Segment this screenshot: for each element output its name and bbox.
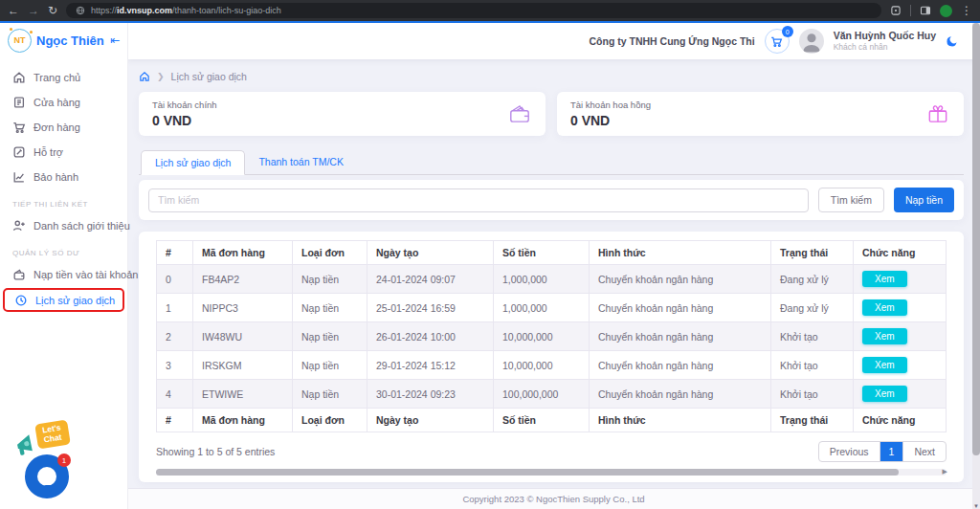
cell-order-type: Nạp tiền [293, 265, 368, 294]
browser-reload-icon[interactable]: ↻ [48, 5, 57, 16]
main-balance-label: Tài khoản chính [152, 100, 217, 110]
breadcrumb-home-icon[interactable] [139, 71, 150, 82]
col-order-code[interactable]: Mã đơn hàng [193, 241, 293, 265]
chat-unread-badge: 1 [57, 454, 71, 467]
commission-balance-label: Tài khoản hoa hồng [570, 100, 651, 110]
main-balance-value: 0 VND [152, 113, 217, 128]
dark-mode-toggle[interactable] [946, 34, 959, 48]
vertical-scrollbar[interactable]: ▼ [972, 23, 980, 509]
pagination-page-1[interactable]: 1 [880, 442, 903, 461]
horizontal-scrollbar[interactable]: ▶ [156, 469, 947, 476]
user-role: Khách cá nhân [834, 42, 936, 53]
sidebar-item-home[interactable]: Trang chủ [0, 65, 127, 90]
browser-toolbar: ← → ↻ https://id.vnsup.com/thanh-toan/li… [0, 0, 980, 21]
entries-summary: Showing 1 to 5 of 5 entries [156, 446, 275, 457]
cell-method: Chuyển khoản ngân hàng [590, 265, 771, 294]
cart-icon [770, 35, 783, 48]
brand-logo: NT [8, 29, 32, 53]
commission-balance-value: 0 VND [570, 113, 651, 128]
sidebar-item-deposit[interactable]: Nạp tiền vào tài khoản [0, 262, 127, 287]
horizontal-scrollbar-thumb[interactable] [156, 469, 899, 476]
cell-amount: 10,000,000 [494, 351, 590, 380]
deposit-button[interactable]: Nạp tiền [894, 188, 954, 212]
sidebar-collapse-icon[interactable]: ⇤ [110, 33, 120, 47]
cell-method: Chuyển khoản ngân hàng [590, 294, 771, 322]
cell-created-date: 29-01-2024 15:12 [368, 351, 494, 380]
cell-action: Xem [854, 380, 947, 409]
warranty-chart-icon [12, 170, 26, 184]
cell-order-code: FB4AP2 [193, 265, 293, 294]
wallet-icon [12, 268, 26, 281]
pagination-next[interactable]: Next [902, 442, 946, 461]
browser-profile-avatar[interactable] [940, 5, 952, 17]
cell-action: Xem [854, 322, 947, 351]
cell-method: Chuyển khoản ngân hàng [590, 351, 771, 380]
cell-method: Chuyển khoản ngân hàng [590, 322, 771, 351]
breadcrumb-current: Lịch sử giao dịch [171, 71, 247, 82]
sidebar-item-transaction-history[interactable]: Lịch sử giao dịch [3, 288, 124, 312]
chat-widget[interactable]: Let's Chat 1 [11, 422, 86, 506]
view-button[interactable]: Xem [862, 299, 907, 316]
browser-back-icon[interactable]: ← [8, 5, 19, 16]
cell-order-code: IW48WU [193, 322, 293, 351]
cell-amount: 100,000,000 [494, 380, 590, 409]
tab-transaction-history[interactable]: Lịch sử giao dịch [141, 150, 245, 175]
site-info-globe-icon[interactable] [76, 6, 85, 15]
pagination-previous[interactable]: Previous [819, 442, 880, 461]
user-meta[interactable]: Văn Huỳnh Quốc Huy Khách cá nhân [834, 30, 936, 53]
search-input[interactable] [148, 188, 809, 212]
vertical-scrollbar-thumb[interactable] [972, 23, 980, 455]
col-created-date[interactable]: Ngày tạo [368, 241, 494, 265]
chat-glyph-icon [44, 485, 52, 492]
scroll-down-arrow-icon[interactable]: ▼ [972, 503, 980, 509]
cell-amount: 1,000,000 [494, 265, 590, 294]
table-header-row: # Mã đơn hàng Loại đơn Ngày tạo Số tiền … [157, 241, 947, 265]
brand-name[interactable]: Ngọc Thiên [36, 33, 105, 48]
moon-icon [946, 34, 959, 48]
address-bar[interactable]: https://id.vnsup.com/thanh-toan/lich-su-… [66, 3, 881, 18]
tab-payment-tmck[interactable]: Thanh toán TM/CK [245, 150, 357, 174]
cell-index: 4 [157, 380, 193, 409]
sidebar-item-referrals[interactable]: Danh sách giới thiệu [0, 213, 127, 238]
cell-action: Xem [854, 265, 947, 294]
url-text: https://id.vnsup.com/thanh-toan/lich-su-… [91, 6, 281, 15]
scroll-right-arrow-icon[interactable]: ▶ [943, 468, 947, 476]
browser-extensions-icon[interactable] [890, 5, 902, 16]
cell-created-date: 24-01-2024 09:07 [368, 265, 494, 294]
side-panel-icon[interactable] [920, 5, 931, 16]
col-amount[interactable]: Số tiền [494, 241, 590, 265]
home-icon [12, 71, 26, 84]
col-actions[interactable]: Chức năng [854, 241, 947, 265]
view-button[interactable]: Xem [862, 328, 907, 344]
view-button[interactable]: Xem [862, 386, 907, 402]
cell-status: Khởi tạo [771, 351, 854, 380]
table-row: 1 NIPPC3 Nạp tiền 25-01-2024 16:59 1,000… [157, 294, 947, 322]
company-name: Công ty TNHH Cung Ứng Ngọc Thi [589, 35, 754, 47]
sidebar-item-warranty[interactable]: Bảo hành [0, 165, 127, 189]
col-method[interactable]: Hình thức [590, 241, 771, 265]
browser-forward-icon[interactable]: → [28, 5, 39, 16]
cell-created-date: 26-01-2024 10:00 [368, 322, 494, 351]
copyright-text: Copyright 2023 © NgocThien Supply Co., L… [462, 494, 644, 504]
view-button[interactable]: Xem [862, 357, 907, 373]
col-status[interactable]: Trạng thái [771, 241, 854, 265]
col-index[interactable]: # [157, 241, 193, 265]
browser-menu-icon[interactable]: ⋮ [961, 5, 972, 16]
main-balance-card: Tài khoản chính 0 VND [139, 92, 546, 136]
cart-button[interactable]: 0 [765, 29, 790, 54]
sidebar-item-orders[interactable]: Đơn hàng [0, 115, 127, 140]
user-avatar[interactable] [799, 29, 824, 54]
view-button[interactable]: Xem [862, 271, 907, 287]
cell-index: 3 [157, 351, 193, 380]
tab-bar: Lịch sử giao dịch Thanh toán TM/CK [139, 150, 964, 175]
col-order-type[interactable]: Loại đơn [293, 241, 368, 265]
search-button[interactable]: Tìm kiếm [818, 188, 884, 212]
sidebar-section-affiliate: TIẾP THỊ LIÊN KẾT [0, 189, 127, 213]
sidebar-item-store[interactable]: Cửa hàng [0, 90, 127, 115]
table-row: 2 IW48WU Nạp tiền 26-01-2024 10:00 10,00… [157, 322, 947, 351]
chat-bubble-label[interactable]: Let's Chat [34, 420, 70, 449]
cart-badge: 0 [782, 26, 793, 37]
cell-amount: 10,000,000 [494, 322, 590, 351]
cart-icon [12, 121, 26, 134]
sidebar-item-support[interactable]: Hỗ trợ [0, 140, 127, 165]
